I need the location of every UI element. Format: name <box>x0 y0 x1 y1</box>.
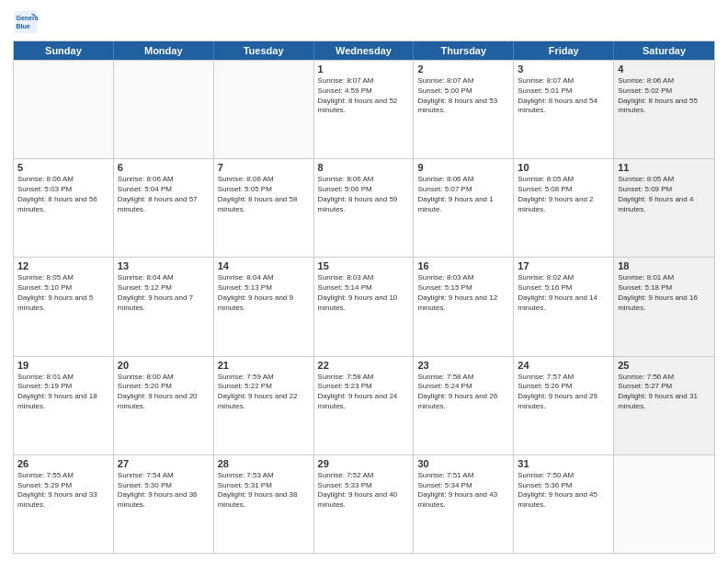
weekday-header: Saturday <box>614 41 714 60</box>
cell-info: Sunrise: 7:52 AM Sunset: 5:33 PM Dayligh… <box>318 471 410 511</box>
day-number: 24 <box>518 360 609 371</box>
day-number: 22 <box>318 360 410 371</box>
day-number: 3 <box>518 63 609 75</box>
day-number: 12 <box>17 260 109 271</box>
calendar-cell: 4Sunrise: 8:06 AM Sunset: 5:02 PM Daylig… <box>614 61 714 158</box>
day-number: 18 <box>618 260 711 271</box>
day-number: 20 <box>118 360 210 371</box>
cell-info: Sunrise: 8:04 AM Sunset: 5:13 PM Dayligh… <box>218 273 310 313</box>
calendar-row: 19Sunrise: 8:01 AM Sunset: 5:19 PM Dayli… <box>14 356 714 454</box>
cell-info: Sunrise: 8:03 AM Sunset: 5:15 PM Dayligh… <box>417 273 509 313</box>
calendar-cell <box>614 455 714 553</box>
calendar-cell: 2Sunrise: 8:07 AM Sunset: 5:00 PM Daylig… <box>414 61 514 158</box>
page: General Blue SundayMondayTuesdayWednesda… <box>0 0 728 563</box>
calendar-cell: 15Sunrise: 8:03 AM Sunset: 5:14 PM Dayli… <box>314 258 415 355</box>
day-number: 4 <box>618 63 711 75</box>
cell-info: Sunrise: 7:58 AM Sunset: 5:23 PM Dayligh… <box>318 373 410 412</box>
cell-info: Sunrise: 8:06 AM Sunset: 5:07 PM Dayligh… <box>417 175 509 214</box>
cell-info: Sunrise: 8:06 AM Sunset: 5:02 PM Dayligh… <box>618 76 711 116</box>
day-number: 17 <box>518 260 609 271</box>
cell-info: Sunrise: 8:02 AM Sunset: 5:16 PM Dayligh… <box>518 273 609 313</box>
calendar-row: 5Sunrise: 8:06 AM Sunset: 5:03 PM Daylig… <box>14 158 714 257</box>
day-number: 29 <box>318 458 410 469</box>
logo: General Blue <box>13 9 42 35</box>
cell-info: Sunrise: 7:55 AM Sunset: 5:29 PM Dayligh… <box>17 471 109 511</box>
cell-info: Sunrise: 8:01 AM Sunset: 5:19 PM Dayligh… <box>17 373 109 412</box>
calendar-cell: 29Sunrise: 7:52 AM Sunset: 5:33 PM Dayli… <box>314 455 415 553</box>
calendar-cell <box>114 61 214 158</box>
calendar-cell: 23Sunrise: 7:58 AM Sunset: 5:24 PM Dayli… <box>414 357 514 454</box>
calendar-cell: 22Sunrise: 7:58 AM Sunset: 5:23 PM Dayli… <box>314 357 415 454</box>
cell-info: Sunrise: 7:50 AM Sunset: 5:36 PM Dayligh… <box>518 471 609 511</box>
day-number: 15 <box>318 260 410 271</box>
calendar-cell: 30Sunrise: 7:51 AM Sunset: 5:34 PM Dayli… <box>414 455 514 553</box>
calendar-cell: 19Sunrise: 8:01 AM Sunset: 5:19 PM Dayli… <box>14 357 114 454</box>
day-number: 9 <box>417 162 509 173</box>
day-number: 27 <box>118 458 210 469</box>
day-number: 26 <box>17 458 109 469</box>
calendar-cell: 10Sunrise: 8:05 AM Sunset: 5:08 PM Dayli… <box>514 159 614 257</box>
cell-info: Sunrise: 8:01 AM Sunset: 5:18 PM Dayligh… <box>618 273 711 313</box>
calendar-cell: 11Sunrise: 8:05 AM Sunset: 5:09 PM Dayli… <box>614 159 714 257</box>
calendar-cell: 1Sunrise: 8:07 AM Sunset: 4:59 PM Daylig… <box>314 61 415 158</box>
day-number: 30 <box>417 458 509 469</box>
calendar-row: 1Sunrise: 8:07 AM Sunset: 4:59 PM Daylig… <box>14 60 714 158</box>
cell-info: Sunrise: 7:57 AM Sunset: 5:26 PM Dayligh… <box>518 373 609 412</box>
calendar-cell: 8Sunrise: 8:06 AM Sunset: 5:06 PM Daylig… <box>314 159 415 257</box>
calendar: SundayMondayTuesdayWednesdayThursdayFrid… <box>13 40 715 554</box>
day-number: 25 <box>618 360 711 371</box>
day-number: 10 <box>518 162 609 173</box>
weekday-header: Thursday <box>414 41 514 60</box>
calendar-cell: 3Sunrise: 8:07 AM Sunset: 5:01 PM Daylig… <box>514 61 614 158</box>
day-number: 16 <box>417 260 509 271</box>
weekday-header: Friday <box>514 41 614 60</box>
calendar-cell: 14Sunrise: 8:04 AM Sunset: 5:13 PM Dayli… <box>214 258 314 355</box>
cell-info: Sunrise: 8:04 AM Sunset: 5:12 PM Dayligh… <box>118 273 210 313</box>
calendar-cell: 21Sunrise: 7:59 AM Sunset: 5:22 PM Dayli… <box>214 357 314 454</box>
cell-info: Sunrise: 7:51 AM Sunset: 5:34 PM Dayligh… <box>417 471 509 511</box>
calendar-cell: 7Sunrise: 8:06 AM Sunset: 5:05 PM Daylig… <box>214 159 314 257</box>
cell-info: Sunrise: 7:58 AM Sunset: 5:24 PM Dayligh… <box>417 373 509 412</box>
day-number: 11 <box>618 162 711 173</box>
cell-info: Sunrise: 8:07 AM Sunset: 4:59 PM Dayligh… <box>318 76 410 116</box>
cell-info: Sunrise: 7:54 AM Sunset: 5:30 PM Dayligh… <box>118 471 210 511</box>
cell-info: Sunrise: 7:59 AM Sunset: 5:22 PM Dayligh… <box>218 373 310 412</box>
day-number: 14 <box>218 260 310 271</box>
day-number: 2 <box>417 63 509 75</box>
calendar-cell: 20Sunrise: 8:00 AM Sunset: 5:20 PM Dayli… <box>114 357 214 454</box>
weekday-header: Sunday <box>14 41 114 60</box>
day-number: 28 <box>218 458 310 469</box>
day-number: 7 <box>218 162 310 173</box>
cell-info: Sunrise: 8:05 AM Sunset: 5:08 PM Dayligh… <box>518 175 609 214</box>
day-number: 31 <box>518 458 609 469</box>
calendar-row: 12Sunrise: 8:05 AM Sunset: 5:10 PM Dayli… <box>14 257 714 355</box>
cell-info: Sunrise: 8:06 AM Sunset: 5:04 PM Dayligh… <box>118 175 210 214</box>
calendar-cell <box>14 61 114 158</box>
calendar-cell: 25Sunrise: 7:56 AM Sunset: 5:27 PM Dayli… <box>614 357 714 454</box>
cell-info: Sunrise: 8:06 AM Sunset: 5:05 PM Dayligh… <box>218 175 310 214</box>
calendar-cell: 12Sunrise: 8:05 AM Sunset: 5:10 PM Dayli… <box>14 258 114 355</box>
cell-info: Sunrise: 8:07 AM Sunset: 5:00 PM Dayligh… <box>417 76 509 116</box>
calendar-cell: 18Sunrise: 8:01 AM Sunset: 5:18 PM Dayli… <box>614 258 714 355</box>
calendar-cell: 6Sunrise: 8:06 AM Sunset: 5:04 PM Daylig… <box>114 159 214 257</box>
day-number: 19 <box>17 360 109 371</box>
cell-info: Sunrise: 8:03 AM Sunset: 5:14 PM Dayligh… <box>318 273 410 313</box>
day-number: 5 <box>17 162 109 173</box>
calendar-body: 1Sunrise: 8:07 AM Sunset: 4:59 PM Daylig… <box>14 60 714 553</box>
cell-info: Sunrise: 8:05 AM Sunset: 5:09 PM Dayligh… <box>618 175 711 214</box>
calendar-cell: 9Sunrise: 8:06 AM Sunset: 5:07 PM Daylig… <box>414 159 514 257</box>
cell-info: Sunrise: 8:00 AM Sunset: 5:20 PM Dayligh… <box>118 373 210 412</box>
day-number: 1 <box>318 63 410 75</box>
cell-info: Sunrise: 8:05 AM Sunset: 5:10 PM Dayligh… <box>17 273 109 313</box>
calendar-cell: 26Sunrise: 7:55 AM Sunset: 5:29 PM Dayli… <box>14 455 114 553</box>
day-number: 13 <box>118 260 210 271</box>
calendar-cell: 24Sunrise: 7:57 AM Sunset: 5:26 PM Dayli… <box>514 357 614 454</box>
calendar-cell: 31Sunrise: 7:50 AM Sunset: 5:36 PM Dayli… <box>514 455 614 553</box>
day-number: 23 <box>417 360 509 371</box>
calendar-header: SundayMondayTuesdayWednesdayThursdayFrid… <box>14 41 714 60</box>
weekday-header: Monday <box>114 41 214 60</box>
calendar-cell <box>214 61 314 158</box>
cell-info: Sunrise: 8:06 AM Sunset: 5:03 PM Dayligh… <box>17 175 109 214</box>
calendar-cell: 16Sunrise: 8:03 AM Sunset: 5:15 PM Dayli… <box>414 258 514 355</box>
cell-info: Sunrise: 8:06 AM Sunset: 5:06 PM Dayligh… <box>318 175 410 214</box>
